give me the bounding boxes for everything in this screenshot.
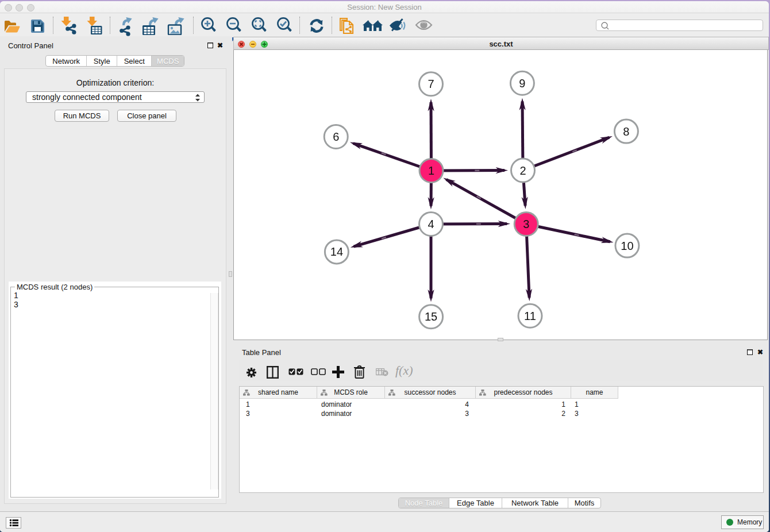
svg-text:3: 3 <box>523 218 529 230</box>
svg-text:4: 4 <box>428 218 434 230</box>
svg-text:14: 14 <box>330 245 343 258</box>
svg-text:10: 10 <box>621 240 633 252</box>
svg-text:15: 15 <box>425 310 437 323</box>
svg-text:7: 7 <box>428 78 434 90</box>
svg-text:9: 9 <box>519 77 525 90</box>
svg-text:11: 11 <box>524 310 536 322</box>
svg-text:2: 2 <box>519 164 526 177</box>
svg-text:8: 8 <box>623 125 629 138</box>
svg-text:1: 1 <box>428 164 434 177</box>
svg-text:6: 6 <box>333 130 339 143</box>
